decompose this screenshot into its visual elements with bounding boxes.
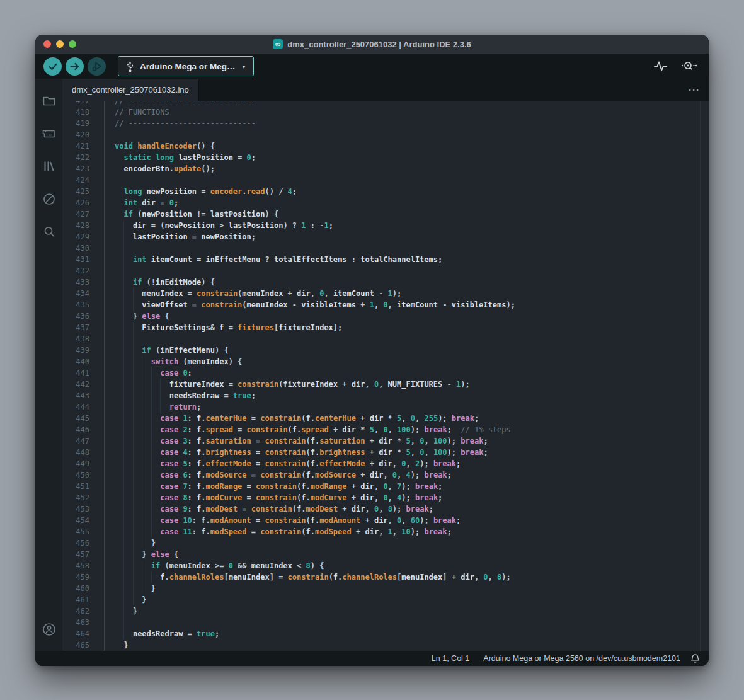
line-number: 428: [62, 220, 89, 231]
serial-plotter-button[interactable]: [653, 59, 668, 73]
account-icon: [41, 621, 57, 638]
board-icon: [42, 126, 57, 141]
minimize-button[interactable]: [56, 40, 64, 48]
code-line: 459 f.channelRoles[menuIndex] = constrai…: [62, 571, 709, 583]
arrow-right-icon: [69, 61, 80, 72]
code-line: 460 }: [62, 583, 709, 594]
close-button[interactable]: [43, 40, 51, 48]
board-selector[interactable]: Arduino Mega or Meg… ▾: [118, 56, 254, 76]
line-number: 438: [62, 333, 89, 345]
code-line: 421void handleEncoder() {: [62, 141, 709, 152]
line-number: 419: [62, 118, 89, 129]
code-line: 440 switch (menuIndex) {: [62, 356, 709, 367]
status-bar: Ln 1, Col 1 Arduino Mega or Mega 2560 on…: [35, 651, 709, 666]
line-number: 458: [62, 560, 89, 571]
code-line: 450 case 6: f.modSource = constrain(f.mo…: [62, 469, 709, 481]
upload-button[interactable]: [66, 57, 84, 76]
code-line: 436 } else {: [62, 311, 709, 322]
line-number: 423: [62, 163, 89, 175]
code-editor[interactable]: 417// ----------------------------418// …: [62, 101, 709, 651]
traffic-lights: [43, 35, 76, 54]
search-icon: [42, 224, 57, 239]
line-number: 445: [62, 413, 89, 424]
code-line: 433 if (!inEditMode) {: [62, 277, 709, 288]
line-number: 449: [62, 458, 89, 469]
line-number: 432: [62, 265, 89, 277]
line-number: 465: [62, 640, 89, 651]
code-line: 427 if (newPosition != lastPosition) {: [62, 209, 709, 220]
line-number: 446: [62, 424, 89, 435]
line-number: 464: [62, 628, 89, 640]
code-line: 444 return;: [62, 401, 709, 413]
line-number: 430: [62, 243, 89, 254]
sidebar-item-account[interactable]: [42, 622, 57, 637]
code-line: 448 case 4: f.brightness = constrain(f.b…: [62, 447, 709, 458]
code-line: 419// ----------------------------: [62, 118, 709, 129]
usb-icon: [126, 60, 134, 72]
line-number: 450: [62, 469, 89, 481]
sidebar-item-search[interactable]: [42, 224, 57, 239]
zoom-button[interactable]: [69, 40, 76, 48]
code-line: 441 case 0:: [62, 367, 709, 379]
sidebar-item-boards-manager[interactable]: [42, 126, 57, 141]
line-number: 426: [62, 197, 89, 209]
code-line: 418// FUNCTIONS: [62, 106, 709, 118]
check-icon: [47, 61, 58, 72]
line-number: 443: [62, 390, 89, 401]
code-line: 446 case 2: f.spread = constrain(f.sprea…: [62, 424, 709, 435]
activity-bar: [35, 79, 62, 651]
title-bar: ∞ dmx_controller_2507061032 | Arduino ID…: [35, 35, 709, 54]
code-line: 426 int dir = 0;: [62, 197, 709, 209]
window-title: dmx_controller_2507061032 | Arduino IDE …: [287, 40, 471, 49]
line-number: 453: [62, 503, 89, 515]
sidebar-item-library-manager[interactable]: [42, 159, 57, 174]
sidebar-item-debug[interactable]: [42, 192, 57, 207]
code-line: 434 menuIndex = constrain(menuIndex + di…: [62, 288, 709, 299]
code-line: 442 fixtureIndex = constrain(fixtureInde…: [62, 379, 709, 390]
chevron-down-icon: ▾: [243, 63, 246, 70]
notification-bell-button[interactable]: [690, 653, 700, 663]
line-number: 436: [62, 311, 89, 322]
code-line: 456 }: [62, 537, 709, 549]
code-line: 451 case 7: f.modRange = constrain(f.mod…: [62, 481, 709, 492]
code-line: 465 }: [62, 640, 709, 651]
toolbar: Arduino Mega or Meg… ▾: [35, 54, 709, 79]
line-number: 421: [62, 141, 89, 152]
verify-button[interactable]: [43, 57, 62, 76]
line-number: 435: [62, 299, 89, 311]
line-number: 447: [62, 435, 89, 447]
debug-button[interactable]: [88, 57, 106, 76]
line-number: 439: [62, 345, 89, 356]
line-number: 463: [62, 617, 89, 628]
code-line: 438: [62, 333, 709, 345]
code-line: 461 }: [62, 594, 709, 605]
tab-more-button[interactable]: ···: [689, 79, 709, 101]
board-selector-label: Arduino Mega or Meg…: [140, 62, 236, 71]
editor-lines: 417// ----------------------------418// …: [62, 101, 709, 651]
line-number: 444: [62, 401, 89, 413]
debug-icon: [91, 60, 103, 72]
line-number: 442: [62, 379, 89, 390]
code-line: 430: [62, 243, 709, 254]
line-number: 431: [62, 254, 89, 265]
line-number: 420: [62, 129, 89, 141]
code-line: 424: [62, 175, 709, 186]
code-line: 422 static long lastPosition = 0;: [62, 152, 709, 163]
serial-monitor-button[interactable]: [680, 60, 697, 72]
tab-label: dmx_controller_2507061032.ino: [72, 85, 189, 95]
line-number: 440: [62, 356, 89, 367]
code-line: 439 if (inEffectMenu) {: [62, 345, 709, 356]
line-number: 459: [62, 571, 89, 583]
code-line: 423 encoderBtn.update();: [62, 163, 709, 175]
tab-sketch-file[interactable]: dmx_controller_2507061032.ino: [62, 79, 199, 101]
code-line: 453 case 9: f.modDest = constrain(f.modD…: [62, 503, 709, 515]
cursor-position: Ln 1, Col 1: [432, 654, 469, 663]
sidebar-item-sketchbook[interactable]: [42, 93, 57, 108]
line-number: 422: [62, 152, 89, 163]
debug-circle-icon: [42, 192, 57, 207]
code-line: 435 viewOffset = constrain(menuIndex - v…: [62, 299, 709, 311]
folder-icon: [42, 93, 57, 108]
code-line: 428 dir = (newPosition > lastPosition) ?…: [62, 220, 709, 231]
code-line: 458 if (menuIndex >= 0 && menuIndex < 8)…: [62, 560, 709, 571]
code-line: 449 case 5: f.effectMode = constrain(f.e…: [62, 458, 709, 469]
